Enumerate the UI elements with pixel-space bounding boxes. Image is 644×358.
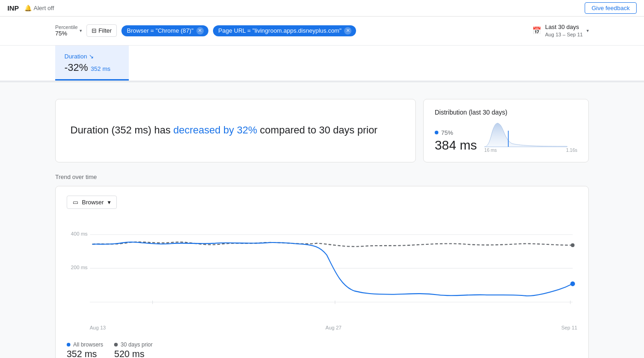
- browser-chevron-icon: ▾: [108, 199, 111, 206]
- svg-point-6: [571, 243, 575, 247]
- distribution-card: Distribution (last 30 days) 75% 384 ms: [423, 99, 589, 162]
- distribution-value: 384 ms: [435, 138, 477, 153]
- distribution-chart: [484, 121, 567, 147]
- percentile-value: 75%: [55, 30, 67, 37]
- header: INP 🔔 Alert off Give feedback: [0, 0, 644, 17]
- metric-name: INP: [7, 4, 19, 12]
- x-label-aug27: Aug 27: [326, 325, 342, 330]
- summary-cards: Duration (352 ms) has decreased by 32% c…: [0, 99, 644, 162]
- legend-item-all-browsers: All browsers 352 ms: [67, 341, 103, 358]
- legend-item-prior: 30 days prior 520 ms: [114, 341, 152, 358]
- alert-off-indicator[interactable]: 🔔 Alert off: [24, 5, 54, 12]
- summary-text: Duration (352 ms) has decreased by 32% c…: [70, 123, 378, 138]
- legend-dot-gray-icon: [114, 343, 118, 346]
- dist-axis-max: 1.16s: [566, 148, 577, 153]
- filter-button[interactable]: ⊟ Filter: [86, 24, 117, 37]
- svg-text:400 ms: 400 ms: [71, 231, 88, 236]
- trend-arrow-icon: ↘: [89, 53, 94, 60]
- percentile-selector[interactable]: Percentile 75% ▾: [55, 24, 82, 37]
- summary-text-after: compared to 30 days prior: [257, 124, 378, 136]
- date-range-selector[interactable]: 📅 Last 30 days Aug 13 – Sep 11 ▾: [532, 23, 589, 39]
- alert-off-label: Alert off: [34, 5, 54, 12]
- x-label-sep11: Sep 11: [561, 325, 577, 330]
- summary-text-highlight: decreased by 32%: [173, 124, 257, 136]
- give-feedback-button[interactable]: Give feedback: [585, 2, 637, 14]
- trend-chart: 400 ms 200 ms: [67, 216, 577, 318]
- trend-x-labels: Aug 13 Aug 27 Sep 11: [67, 325, 577, 330]
- metric-tab-value: 352 ms: [91, 65, 110, 72]
- filters-row: Percentile 75% ▾ ⊟ Filter Browser = "Chr…: [0, 17, 644, 46]
- legend-dot-blue-icon: [67, 343, 70, 346]
- date-range-label: Last 30 days: [545, 23, 583, 31]
- summary-card-main: Duration (352 ms) has decreased by 32% c…: [55, 99, 416, 162]
- metric-tabs: Duration ↘ -32% 352 ms: [0, 46, 644, 81]
- filter-chip-url-label: Page URL = "livingroom.apps.disneyplus.c…: [218, 27, 342, 34]
- distribution-percentile-label: 75%: [441, 129, 453, 136]
- percentile-chevron-icon: ▾: [80, 28, 82, 33]
- x-label-aug13: Aug 13: [90, 325, 106, 330]
- date-range-chevron-icon: ▾: [586, 28, 589, 33]
- trend-section-label: Trend over time: [55, 173, 589, 180]
- metric-tab-duration[interactable]: Duration ↘ -32% 352 ms: [55, 46, 129, 81]
- filter-label: Filter: [98, 27, 112, 34]
- filter-icon: ⊟: [92, 27, 97, 34]
- legend-prior-value: 520 ms: [114, 349, 152, 358]
- date-range-sub: Aug 13 – Sep 11: [545, 31, 583, 38]
- browser-selector-label: Browser: [82, 199, 104, 206]
- legend-all-browsers-label: All browsers: [73, 341, 103, 348]
- distribution-axis: 16 ms 1.16s: [484, 148, 577, 153]
- calendar-icon: 📅: [532, 26, 541, 35]
- trend-chart-svg: 400 ms 200 ms: [67, 216, 577, 318]
- chart-legend: All browsers 352 ms 30 days prior 520 ms: [67, 338, 577, 358]
- browser-window-icon: ▭: [73, 199, 78, 206]
- browser-selector[interactable]: ▭ Browser ▾: [67, 196, 117, 209]
- metric-tab-change: -32%: [64, 62, 88, 74]
- bell-icon: 🔔: [24, 5, 32, 12]
- percentile-label: Percentile: [55, 24, 78, 30]
- metric-tab-title-label: Duration: [64, 53, 87, 60]
- distribution-title: Distribution (last 30 days): [435, 109, 577, 116]
- legend-all-browsers-value: 352 ms: [67, 349, 103, 358]
- svg-text:200 ms: 200 ms: [71, 265, 88, 270]
- distribution-stat: 75% 384 ms: [435, 129, 477, 153]
- dist-axis-min: 16 ms: [484, 148, 497, 153]
- filter-chip-url[interactable]: Page URL = "livingroom.apps.disneyplus.c…: [213, 25, 356, 36]
- filter-chip-browser-label: Browser = "Chrome (87)": [127, 27, 194, 34]
- trend-section: ▭ Browser ▾ 400 ms 200 ms: [55, 186, 589, 358]
- trend-section-wrapper: Trend over time ▭ Browser ▾ 400 ms 200 m…: [0, 173, 644, 358]
- filter-chip-url-close-icon[interactable]: ✕: [344, 27, 351, 35]
- distribution-dot-icon: [435, 131, 438, 134]
- svg-point-7: [570, 281, 575, 286]
- legend-prior-label: 30 days prior: [121, 341, 152, 348]
- filter-chip-browser[interactable]: Browser = "Chrome (87)" ✕: [121, 25, 208, 36]
- summary-text-before: Duration (352 ms) has: [70, 124, 173, 136]
- filter-chip-browser-close-icon[interactable]: ✕: [196, 27, 204, 35]
